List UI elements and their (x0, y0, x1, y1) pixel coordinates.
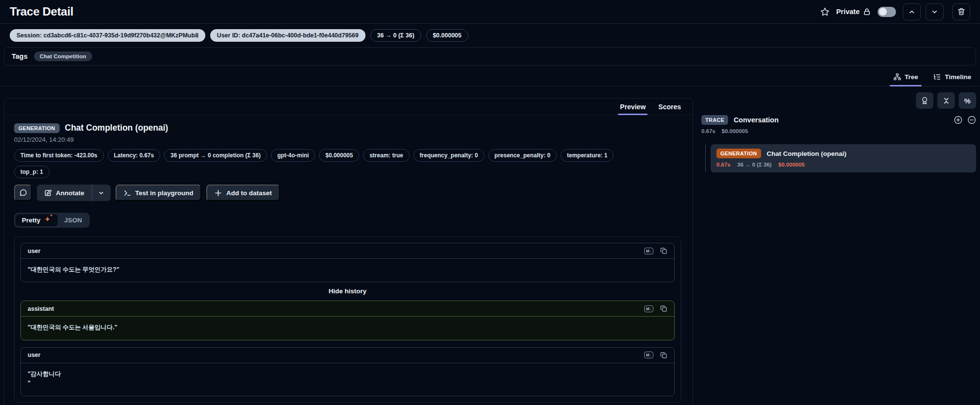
scores-award-button[interactable] (916, 92, 933, 109)
next-trace-button[interactable] (926, 3, 944, 20)
message-role: assistant (28, 305, 54, 312)
award-icon (921, 97, 929, 105)
public-toggle[interactable] (878, 7, 896, 17)
copy-icon[interactable] (660, 352, 667, 359)
playground-label: Test in playground (135, 189, 194, 197)
trace-latency: 0.67s (701, 128, 715, 134)
pill-time-to-first-token: Time to first token: -423.00s (14, 149, 104, 162)
copy-icon[interactable] (660, 305, 667, 312)
pretty-label: Pretty (22, 217, 40, 224)
markdown-toggle-icon[interactable]: M↓ (644, 352, 653, 358)
generation-node-selected[interactable]: GENERATION Chat Completion (openai) 0.67… (711, 144, 976, 172)
comment-button[interactable] (14, 185, 32, 201)
tab-scores[interactable]: Scores (658, 99, 681, 115)
generation-type-badge: GENERATION (716, 149, 761, 158)
generation-type-badge: GENERATION (14, 123, 60, 133)
minus-circle-icon[interactable] (967, 116, 976, 124)
tags-label: Tags (12, 52, 28, 60)
token-usage-badge: 36 → 0 (Σ 36) (370, 29, 421, 42)
annotate-dropdown-button[interactable] (92, 185, 111, 201)
pill-stream: stream: true (363, 149, 409, 162)
collapse-icon (943, 97, 950, 104)
annotate-button[interactable]: Annotate (37, 185, 92, 201)
terminal-icon (124, 189, 131, 197)
trace-cost: $0.000005 (722, 128, 748, 134)
json-toggle[interactable]: JSON (58, 214, 88, 226)
tab-timeline-label: Timeline (945, 73, 971, 81)
message-header-actions: M↓ (644, 247, 667, 254)
message-content: "대한민국의 수도는 서울입니다." (21, 317, 674, 339)
json-label: JSON (64, 217, 82, 224)
add-to-dataset-button[interactable]: Add to dataset (206, 185, 280, 201)
trace-meta-bar: Session: cd3abcd6-c81c-4037-935d-19d9f27… (0, 24, 980, 46)
hide-history-button[interactable]: Hide history (20, 282, 675, 301)
tree-expand-controls (954, 116, 976, 124)
message-header: user M↓ (21, 243, 674, 259)
tab-scores-label: Scores (658, 103, 681, 111)
chevron-down-icon (931, 8, 938, 16)
playground-button[interactable]: Test in playground (116, 185, 202, 201)
markdown-toggle-icon[interactable]: M↓ (644, 305, 653, 312)
trash-icon (958, 8, 965, 16)
lock-icon (863, 8, 871, 16)
markdown-toggle-icon[interactable]: M↓ (644, 248, 653, 254)
tab-timeline[interactable]: Timeline (932, 68, 972, 86)
trace-name: Conversation (733, 116, 779, 124)
message-header-actions: M↓ (644, 352, 667, 359)
observation-title: Chat Completion (openai) (65, 123, 168, 133)
format-toggle: Pretty ✦✦ JSON (14, 213, 90, 228)
collapse-all-button[interactable] (937, 92, 955, 109)
chat-bubble-icon (19, 189, 27, 197)
generation-metrics: 0.67s 36 → 0 (Σ 36) $0.000005 (716, 162, 970, 168)
message-header-actions: M↓ (644, 305, 667, 312)
cost-badge: $0.000005 (426, 29, 468, 42)
privacy-label: Private (836, 8, 860, 16)
privacy-status: Private (836, 8, 871, 16)
prev-trace-button[interactable] (903, 3, 921, 20)
message-user-2: user M↓ "감사합니다 " (20, 347, 675, 396)
tag-chip[interactable]: Chat Competition (34, 51, 92, 61)
generation-latency: 0.67s (716, 162, 731, 168)
trace-tree-sidebar: % TRACE Conversation 0.67s $ (701, 92, 976, 172)
tab-preview-label: Preview (620, 103, 646, 111)
annotate-label: Annotate (56, 189, 84, 197)
delete-trace-button[interactable] (952, 3, 970, 20)
page-header: Trace Detail Private (0, 0, 980, 24)
metrics-percent-button[interactable]: % (959, 92, 976, 109)
edit-icon (44, 189, 51, 197)
message-role: user (28, 352, 40, 358)
io-preview: user M↓ "대한민국의 수도는 무엇인가요?" (14, 236, 681, 403)
pretty-toggle[interactable]: Pretty ✦✦ (16, 214, 58, 226)
pill-cost: $0.000005 (319, 149, 359, 162)
pill-latency: Latency: 0.67s (108, 149, 161, 162)
chevron-up-icon (908, 8, 915, 16)
pill-frequency-penalty: frequency_penalty: 0 (414, 149, 484, 162)
session-badge[interactable]: Session: cd3abcd6-c81c-4037-935d-19d9f27… (10, 29, 205, 42)
action-buttons: Annotate (14, 185, 681, 201)
observation-header: GENERATION Chat Completion (openai) (14, 123, 681, 133)
message-user-1: user M↓ "대한민국의 수도는 무엇인가요?" (20, 243, 675, 282)
pill-token-usage: 36 prompt → 0 completion (Σ 36) (164, 149, 267, 162)
user-id-badge[interactable]: User ID: dc47a41e-06bc-400d-bde1-f0e440d… (210, 29, 365, 42)
observation-timestamp: 02/12/2024, 14:20:49 (14, 136, 681, 143)
copy-icon[interactable] (660, 247, 667, 254)
view-tab-bar: Tree Timeline (0, 68, 980, 86)
trace-metrics: 0.67s $0.000005 (701, 128, 976, 134)
content-area: Preview Scores GENERATION Chat Completio… (0, 86, 980, 405)
star-icon[interactable] (820, 7, 830, 17)
annotate-split-button: Annotate (37, 185, 111, 201)
tab-tree[interactable]: Tree (893, 68, 919, 86)
message-content: "감사합니다 " (21, 363, 674, 396)
generation-node-header: GENERATION Chat Completion (openai) (716, 149, 970, 158)
tree-icon (894, 73, 901, 81)
tab-preview[interactable]: Preview (620, 99, 646, 115)
observation-body: GENERATION Chat Completion (openai) 02/1… (4, 123, 693, 403)
timeline-list-icon (933, 73, 941, 81)
pill-model[interactable]: gpt-4o-mini (271, 149, 315, 162)
sparkles-icon: ✦✦ (44, 217, 51, 224)
generation-tokens: 36 → 0 (Σ 36) (737, 162, 772, 168)
trace-node[interactable]: TRACE Conversation (701, 115, 976, 125)
page-title: Trace Detail (10, 5, 73, 18)
plus-circle-icon[interactable] (954, 116, 963, 124)
plus-icon (215, 189, 222, 197)
